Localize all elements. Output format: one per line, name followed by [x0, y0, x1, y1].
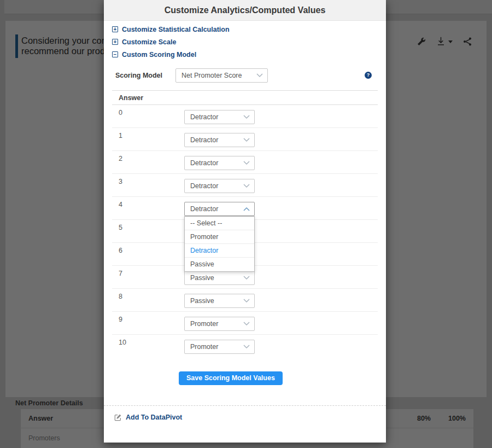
collapse-minus-icon[interactable]: − — [112, 51, 118, 57]
answer-1-select[interactable]: Detractor — [184, 133, 255, 147]
chevron-down-icon — [243, 161, 250, 165]
section-customize-scale[interactable]: + Customize Scale — [112, 36, 378, 48]
modal-footer: Add To DataPivot — [104, 405, 386, 431]
table-row: 10 Promoter — [112, 335, 378, 358]
dropdown-option-detractor[interactable]: Detractor — [185, 244, 254, 258]
chevron-down-icon — [243, 299, 250, 303]
chevron-up-icon — [243, 207, 250, 211]
section-label: Custom Scoring Model — [122, 51, 196, 59]
add-to-datapivot-link[interactable]: Add To DataPivot — [114, 414, 182, 421]
expand-plus-icon[interactable]: + — [112, 39, 118, 45]
section-customize-statistical-calculation[interactable]: + Customize Statistical Calculation — [112, 23, 378, 36]
section-label: Customize Statistical Calculation — [122, 26, 230, 33]
section-label: Customize Scale — [122, 38, 176, 46]
scoring-model-row: Scoring Model Net Promoter Score ? — [112, 68, 378, 83]
answer-9-select[interactable]: Promoter — [184, 317, 255, 331]
chevron-down-icon — [243, 138, 250, 142]
table-row: 2 Detractor — [112, 151, 378, 174]
modal-title: Customize Analytics/Computed Values — [104, 0, 386, 21]
dropdown-option-select[interactable]: -- Select -- — [185, 217, 254, 230]
answer-0-select[interactable]: Detractor — [184, 110, 255, 124]
answer-4-dropdown-menu: -- Select -- Promoter Detractor Passive — [184, 216, 255, 272]
edit-pencil-icon — [114, 414, 122, 421]
table-row: 8 Passive — [112, 289, 378, 312]
table-row: 0 Detractor — [112, 105, 378, 128]
answer-3-select[interactable]: Detractor — [184, 179, 255, 193]
table-row: 1 Detractor — [112, 128, 378, 151]
save-scoring-model-button[interactable]: Save Scoring Model Values — [179, 371, 283, 385]
answer-10-select[interactable]: Promoter — [184, 340, 255, 354]
dropdown-option-promoter[interactable]: Promoter — [185, 230, 254, 244]
chevron-down-icon — [243, 322, 250, 326]
chevron-down-icon — [243, 115, 250, 119]
expand-plus-icon[interactable]: + — [112, 26, 118, 32]
scoring-rows: 0 Detractor 1 Detractor 2 Detractor 3 De… — [112, 105, 378, 358]
help-icon[interactable]: ? — [365, 72, 372, 79]
accordion-sections: + Customize Statistical Calculation + Cu… — [112, 23, 378, 61]
table-row: 4 Detractor -- Select -- Promoter Detrac… — [112, 197, 378, 220]
table-row: 9 Promoter — [112, 312, 378, 335]
chevron-down-icon — [256, 73, 263, 78]
chevron-down-icon — [243, 276, 250, 280]
answer-4-select-open[interactable]: Detractor — [184, 202, 255, 216]
scoring-model-label: Scoring Model — [112, 68, 162, 83]
answer-7-select[interactable]: Passive — [184, 271, 255, 285]
table-row: 3 Detractor — [112, 174, 378, 197]
answer-2-select[interactable]: Detractor — [184, 156, 255, 170]
chevron-down-icon — [243, 345, 250, 349]
answer-8-select[interactable]: Passive — [184, 294, 255, 308]
scoring-model-select[interactable]: Net Promoter Score — [175, 68, 268, 83]
dropdown-option-passive[interactable]: Passive — [185, 258, 254, 271]
customize-analytics-modal: Customize Analytics/Computed Values + Cu… — [104, 0, 386, 443]
section-custom-scoring-model[interactable]: − Custom Scoring Model — [112, 48, 378, 61]
answer-column-header: Answer — [112, 90, 378, 105]
chevron-down-icon — [243, 184, 250, 188]
